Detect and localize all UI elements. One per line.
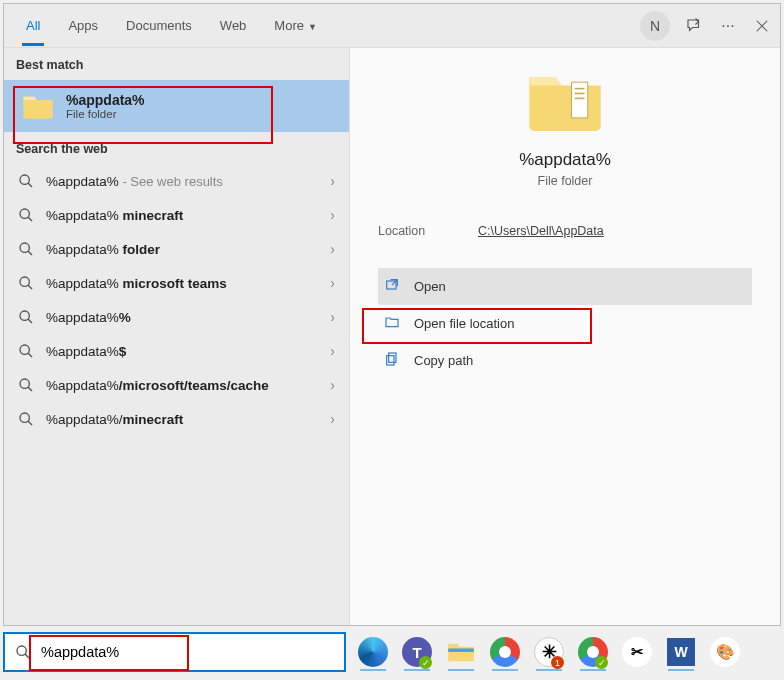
location-icon [384,314,400,333]
svg-rect-13 [389,353,396,362]
svg-rect-16 [448,649,474,653]
action-label: Open [414,279,446,294]
taskbar-explorer[interactable] [442,633,480,671]
preview-subtitle: File folder [538,174,593,188]
search-icon [18,275,34,291]
chevron-right-icon: › [330,173,335,189]
avatar[interactable]: N [640,11,670,41]
web-result-text: %appdata%% [46,310,131,325]
tab-apps[interactable]: Apps [54,6,112,45]
web-result[interactable]: %appdata% minecraft › [4,198,349,232]
web-result[interactable]: %appdata% microsoft teams › [4,266,349,300]
chevron-right-icon: › [330,343,335,359]
folder-icon [526,66,604,134]
open-icon [384,277,400,296]
taskbar-slack[interactable]: ✳1 [530,633,568,671]
location-link[interactable]: C:\Users\Dell\AppData [478,224,604,238]
close-icon[interactable] [752,16,772,36]
action-label: Copy path [414,353,473,368]
search-icon [18,343,34,359]
best-match-result[interactable]: %appdata% File folder [4,80,349,132]
chevron-right-icon: › [330,411,335,427]
svg-point-3 [20,277,29,286]
action-open[interactable]: Open [378,268,752,305]
search-icon [18,173,34,189]
search-icon [18,241,34,257]
chevron-down-icon: ▼ [308,22,317,32]
web-result-text: %appdata%/minecraft [46,412,183,427]
web-result-text: %appdata% microsoft teams [46,276,227,291]
chevron-right-icon: › [330,207,335,223]
location-row: Location C:\Users\Dell\AppData [378,224,752,238]
svg-rect-14 [387,356,394,365]
action-label: Open file location [414,316,514,331]
web-result[interactable]: %appdata% folder › [4,232,349,266]
search-icon [18,377,34,393]
svg-point-2 [20,243,29,252]
search-panel: All Apps Documents Web More▼ N ··· Best … [3,3,781,626]
taskbar-word[interactable]: W [662,633,700,671]
more-icon[interactable]: ··· [718,16,738,36]
best-match-subtitle: File folder [66,108,145,120]
tab-documents[interactable]: Documents [112,6,206,45]
svg-point-0 [20,175,29,184]
svg-point-6 [20,379,29,388]
results-column: Best match %appdata% File folder Search … [4,48,349,625]
web-result[interactable]: %appdata% - See web results › [4,164,349,198]
preview-pane: %appdata% File folder Location C:\Users\… [349,48,780,625]
search-icon [18,411,34,427]
chevron-right-icon: › [330,241,335,257]
header-actions: N ··· [640,11,772,41]
search-icon [18,309,34,325]
search-icon [15,644,31,660]
web-result-text: %appdata% folder [46,242,160,257]
svg-point-1 [20,209,29,218]
folder-icon [22,92,54,120]
action-copy-path[interactable]: Copy path [378,342,752,379]
svg-point-5 [20,345,29,354]
web-result[interactable]: %appdata%/microsoft/teams/cache › [4,368,349,402]
taskbar-edge[interactable] [354,633,392,671]
svg-point-7 [20,413,29,422]
svg-point-4 [20,311,29,320]
web-result[interactable]: %appdata%% › [4,300,349,334]
web-result-text: %appdata%$ [46,344,126,359]
actions-list: OpenOpen file locationCopy path [378,268,752,379]
search-bar[interactable] [3,632,346,672]
web-result[interactable]: %appdata%$ › [4,334,349,368]
taskbar-teams[interactable]: T✓ [398,633,436,671]
tab-web[interactable]: Web [206,6,261,45]
preview-title: %appdata% [519,150,611,170]
action-open-file-location[interactable]: Open file location [378,305,752,342]
chevron-right-icon: › [330,309,335,325]
tab-all[interactable]: All [12,6,54,45]
web-result[interactable]: %appdata%/minecraft › [4,402,349,436]
web-result-text: %appdata%/microsoft/teams/cache [46,378,269,393]
search-input[interactable] [41,644,334,660]
panel-body: Best match %appdata% File folder Search … [4,48,780,625]
best-match-label: Best match [4,48,349,80]
tab-more[interactable]: More▼ [260,6,331,45]
chevron-right-icon: › [330,377,335,393]
best-match-title: %appdata% [66,92,145,108]
svg-rect-8 [572,82,588,118]
header: All Apps Documents Web More▼ N ··· [4,4,780,48]
taskbar-snip[interactable]: ✂ [618,633,656,671]
web-result-text: %appdata% - See web results [46,174,223,189]
location-label: Location [378,224,478,238]
copy-icon [384,351,400,370]
chevron-right-icon: › [330,275,335,291]
web-result-text: %appdata% minecraft [46,208,183,223]
svg-point-15 [17,646,26,655]
taskbar-chrome[interactable] [486,633,524,671]
taskbar: T✓ ✳1 ✓ ✂ W 🎨 [350,632,781,672]
filter-tabs: All Apps Documents Web More▼ [12,6,331,45]
taskbar-paint[interactable]: 🎨 [706,633,744,671]
search-icon [18,207,34,223]
taskbar-chrome-alt[interactable]: ✓ [574,633,612,671]
search-web-label: Search the web [4,132,349,164]
feedback-icon[interactable] [684,16,704,36]
